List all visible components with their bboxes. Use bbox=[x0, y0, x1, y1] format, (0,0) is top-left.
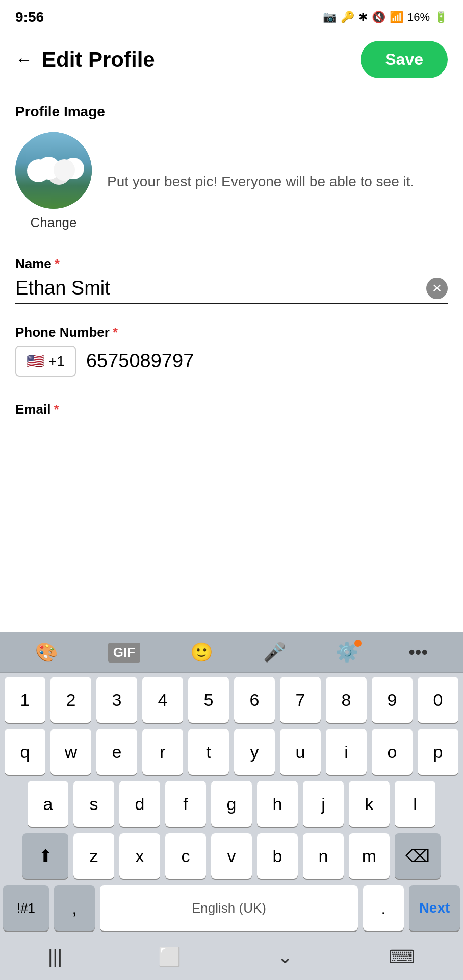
key-k[interactable]: k bbox=[349, 781, 390, 827]
key-a[interactable]: a bbox=[28, 781, 68, 827]
mic-icon[interactable]: 🎤 bbox=[263, 642, 286, 663]
back-nav-icon[interactable]: ||| bbox=[48, 946, 62, 968]
key-e[interactable]: e bbox=[96, 729, 137, 775]
key-u[interactable]: u bbox=[280, 729, 321, 775]
name-required: * bbox=[55, 256, 60, 272]
wifi-icon: 📶 bbox=[390, 11, 403, 24]
key-n[interactable]: n bbox=[303, 833, 344, 879]
qwerty-row: q w e r t y u i o p bbox=[3, 729, 460, 775]
profile-image-section: Profile Image Change Put your best pic! … bbox=[15, 104, 448, 231]
key-g[interactable]: g bbox=[211, 781, 252, 827]
key-p[interactable]: p bbox=[418, 729, 458, 775]
battery-icon: 🔋 bbox=[434, 11, 448, 24]
key-t[interactable]: t bbox=[188, 729, 229, 775]
key-0[interactable]: 0 bbox=[418, 677, 458, 723]
key-j[interactable]: j bbox=[303, 781, 344, 827]
key-v[interactable]: v bbox=[211, 833, 252, 879]
key-z[interactable]: z bbox=[73, 833, 114, 879]
header-left: ← Edit Profile bbox=[15, 47, 155, 72]
zxcv-row: ⬆ z x c v b n m ⌫ bbox=[3, 833, 460, 879]
key-5[interactable]: 5 bbox=[188, 677, 229, 723]
country-code: +1 bbox=[48, 353, 65, 370]
symbol-key[interactable]: !#1 bbox=[3, 885, 49, 931]
key-w[interactable]: w bbox=[50, 729, 91, 775]
settings-icon[interactable]: ⚙️ bbox=[336, 642, 358, 663]
email-field-group: Email * bbox=[15, 402, 448, 418]
page-title: Edit Profile bbox=[42, 47, 155, 72]
phone-field-group: Phone Number * 🇺🇸 +1 bbox=[15, 325, 448, 381]
avatar[interactable] bbox=[15, 132, 92, 209]
profile-image-container: Change bbox=[15, 132, 92, 231]
email-label: Email * bbox=[15, 402, 448, 418]
mute-icon: 🔇 bbox=[372, 11, 385, 24]
key-f[interactable]: f bbox=[165, 781, 206, 827]
dot-key[interactable]: . bbox=[363, 885, 404, 931]
keyboard-nav-icon[interactable]: ⌨ bbox=[389, 946, 415, 968]
change-photo-button[interactable]: Change bbox=[30, 215, 76, 231]
key-o[interactable]: o bbox=[372, 729, 413, 775]
bluetooth-icon: ✱ bbox=[358, 11, 368, 24]
key-q[interactable]: q bbox=[5, 729, 45, 775]
home-nav-icon[interactable]: ⬜ bbox=[158, 946, 181, 968]
key-3[interactable]: 3 bbox=[96, 677, 137, 723]
header: ← Edit Profile Save bbox=[0, 31, 463, 88]
profile-image-label: Profile Image bbox=[15, 104, 448, 120]
comma-key[interactable]: , bbox=[54, 885, 95, 931]
key-8[interactable]: 8 bbox=[326, 677, 367, 723]
sticker-icon[interactable]: 🎨 bbox=[35, 642, 58, 663]
clear-name-button[interactable]: ✕ bbox=[426, 278, 448, 299]
battery-level: 16% bbox=[407, 11, 430, 24]
key-s[interactable]: s bbox=[73, 781, 114, 827]
name-label: Name * bbox=[15, 256, 448, 272]
next-key[interactable]: Next bbox=[409, 885, 460, 931]
key-9[interactable]: 9 bbox=[372, 677, 413, 723]
keyboard: 🎨 GIF 🙂 🎤 ⚙️ ••• 1 2 3 4 5 6 7 8 9 0 q w… bbox=[0, 632, 463, 980]
number-row: 1 2 3 4 5 6 7 8 9 0 bbox=[3, 677, 460, 723]
key-2[interactable]: 2 bbox=[50, 677, 91, 723]
space-key[interactable]: English (UK) bbox=[100, 885, 358, 931]
more-icon[interactable]: ••• bbox=[408, 642, 428, 663]
recents-nav-icon[interactable]: ⌄ bbox=[277, 946, 293, 968]
phone-input[interactable] bbox=[86, 350, 448, 372]
content: Profile Image Change Put your best pic! … bbox=[0, 88, 463, 418]
status-icons: 📷 🔑 ✱ 🔇 📶 16% 🔋 bbox=[323, 11, 448, 24]
profile-image-row: Change Put your best pic! Everyone will … bbox=[15, 132, 448, 231]
name-input-row: ✕ bbox=[15, 277, 448, 304]
key-d[interactable]: d bbox=[119, 781, 160, 827]
bottom-row: !#1 , English (UK) . Next bbox=[3, 885, 460, 931]
emoji-icon[interactable]: 🙂 bbox=[190, 642, 213, 663]
key-m[interactable]: m bbox=[349, 833, 390, 879]
key-1[interactable]: 1 bbox=[5, 677, 45, 723]
key-4[interactable]: 4 bbox=[142, 677, 183, 723]
key-i[interactable]: i bbox=[326, 729, 367, 775]
keyboard-toolbar: 🎨 GIF 🙂 🎤 ⚙️ ••• bbox=[0, 632, 463, 673]
save-button[interactable]: Save bbox=[361, 41, 448, 78]
key-r[interactable]: r bbox=[142, 729, 183, 775]
key-c[interactable]: c bbox=[165, 833, 206, 879]
phone-row: 🇺🇸 +1 bbox=[15, 346, 448, 381]
backspace-key[interactable]: ⌫ bbox=[395, 833, 441, 879]
back-button[interactable]: ← bbox=[15, 50, 33, 69]
key-y[interactable]: y bbox=[234, 729, 275, 775]
status-bar: 9:56 📷 🔑 ✱ 🔇 📶 16% 🔋 bbox=[0, 0, 463, 31]
phone-label: Phone Number * bbox=[15, 325, 448, 340]
key-b[interactable]: b bbox=[257, 833, 298, 879]
phone-required: * bbox=[113, 325, 118, 340]
notification-dot bbox=[354, 640, 362, 647]
country-selector[interactable]: 🇺🇸 +1 bbox=[15, 346, 76, 377]
key-icon: 🔑 bbox=[341, 11, 354, 24]
status-time: 9:56 bbox=[15, 9, 44, 26]
flag-icon: 🇺🇸 bbox=[27, 353, 44, 370]
camera-icon: 📷 bbox=[323, 11, 337, 24]
asdf-row: a s d f g h j k l bbox=[3, 781, 460, 827]
shift-key[interactable]: ⬆ bbox=[22, 833, 68, 879]
name-input[interactable] bbox=[15, 277, 426, 299]
key-x[interactable]: x bbox=[119, 833, 160, 879]
name-field-group: Name * ✕ bbox=[15, 256, 448, 304]
gif-button[interactable]: GIF bbox=[108, 643, 140, 663]
key-h[interactable]: h bbox=[257, 781, 298, 827]
key-l[interactable]: l bbox=[395, 781, 435, 827]
key-6[interactable]: 6 bbox=[234, 677, 275, 723]
key-7[interactable]: 7 bbox=[280, 677, 321, 723]
profile-hint-text: Put your best pic! Everyone will be able… bbox=[107, 172, 448, 191]
